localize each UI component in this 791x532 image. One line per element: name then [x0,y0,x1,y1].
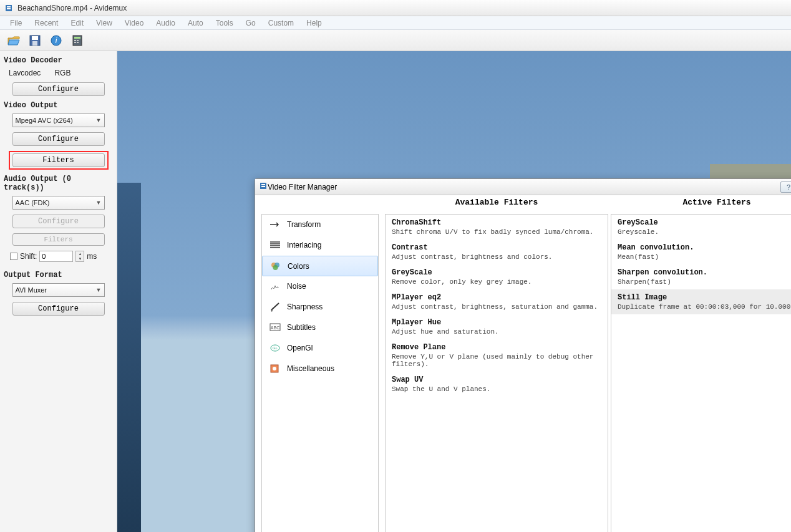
svg-rect-9 [74,42,76,43]
open-icon[interactable] [5,32,22,49]
output-format-configure-button[interactable]: Configure [12,302,105,316]
menu-auto[interactable]: Auto [182,17,210,29]
filter-name: GreyScale [618,218,791,227]
category-item-interlacing[interactable]: Interlacing [262,235,378,256]
filter-name: ChromaShift [392,218,601,227]
shift-spinner[interactable]: ▲▼ [75,251,84,262]
menu-go[interactable]: Go [240,17,262,29]
colors-icon [270,261,281,272]
menu-custom[interactable]: Custom [262,17,300,29]
video-output-configure-button[interactable]: Configure [12,132,105,146]
output-format-value: AVI Muxer [16,286,47,294]
svg-rect-2 [32,41,37,46]
menu-file[interactable]: File [4,17,28,29]
help-button[interactable]: ? [780,181,791,193]
menu-help[interactable]: Help [300,17,328,29]
filter-name: MPlayer eq2 [392,293,601,302]
filter-name: Swap UV [392,375,601,384]
svg-rect-10 [77,42,79,43]
category-label: Miscellaneous [287,364,334,373]
menu-edit[interactable]: Edit [64,17,90,29]
menu-video[interactable]: Video [119,17,150,29]
available-filter-item[interactable]: Mplayer HueAdjust hue and saturation. [386,314,608,339]
filter-desc: Adjust contrast, brightness and colors. [392,253,601,261]
toolbar: i [0,30,791,51]
dialog-titlebar: Video Filter Manager ? ✕ [255,179,791,195]
filter-desc: Duplicate frame at 00:00:03,000 for 10.0… [618,303,791,311]
menu-tools[interactable]: Tools [210,17,240,29]
active-filter-item[interactable]: GreyScaleGreyscale. [611,215,791,239]
available-filter-item[interactable]: Swap UVSwap the U and V planes. [386,372,608,397]
calculator-icon[interactable] [69,32,86,49]
category-item-opengl[interactable]: GLOpenGl [262,338,378,359]
save-icon[interactable] [26,32,44,49]
audio-output-value: AAC (FDK) [16,199,50,206]
dialog-title: Video Filter Manager [268,183,337,191]
menu-audio[interactable]: Audio [150,17,182,29]
video-output-label: Video Output [4,101,113,110]
category-label: Sharpness [287,302,323,311]
available-filter-item[interactable]: Remove PlaneRemove Y,U or V plane (used … [386,339,608,372]
active-filters-list: GreyScaleGreyscale.Mean convolution.Mean… [611,214,791,532]
filter-desc: Swap the U and V planes. [392,385,601,393]
category-item-noise[interactable]: Noise [262,276,378,297]
svg-rect-6 [74,37,80,39]
category-item-miscellaneous[interactable]: Miscellaneous [262,359,378,379]
category-item-transform[interactable]: Transform [262,215,378,235]
audio-configure-button: Configure [12,215,105,228]
sharpness-icon [269,301,281,312]
svg-text:GL: GL [273,346,278,350]
filter-name: Remove Plane [392,343,601,352]
decoder-configure-button[interactable]: Configure [12,82,105,96]
active-filter-item[interactable]: Mean convolution.Mean(fast) [611,239,791,264]
available-filter-item[interactable]: GreyScaleRemove color, only key grey ima… [386,264,608,289]
menu-recent[interactable]: Recent [28,17,64,29]
shift-input[interactable] [39,251,73,262]
noise-icon [269,281,281,292]
active-filter-item[interactable]: Still ImageDuplicate frame at 00:00:03,0… [611,289,791,314]
category-label: Colors [288,262,309,271]
svg-point-13 [273,265,278,270]
menu-view[interactable]: View [90,17,119,29]
filters-highlight: Filters [9,151,109,170]
video-filters-button[interactable]: Filters [12,153,105,167]
chevron-down-icon: ▼ [96,117,102,123]
chevron-down-icon: ▼ [96,200,102,206]
preview-sea [117,183,141,532]
svg-point-19 [273,367,276,370]
category-item-sharpness[interactable]: Sharpness [262,297,378,317]
shift-checkbox[interactable] [10,253,17,260]
category-item-subtitles[interactable]: ABCSubtitles [262,317,378,338]
info-icon[interactable]: i [47,32,65,49]
subtitles-icon: ABC [269,322,281,333]
filter-desc: Remove color, only key grey image. [392,278,601,286]
video-output-select[interactable]: Mpeg4 AVC (x264)▼ [12,114,105,127]
filter-desc: Greyscale. [618,228,791,236]
audio-output-select[interactable]: AAC (FDK)▼ [12,196,105,210]
category-item-colors[interactable]: Colors [262,256,378,276]
filter-name: Mplayer Hue [392,318,601,327]
video-filter-manager-dialog: Video Filter Manager ? ✕ Available Filte… [255,178,791,532]
filter-name: GreyScale [392,268,601,277]
available-filter-item[interactable]: ContrastAdjust contrast, brightness and … [386,239,608,264]
filter-desc: Mean(fast) [618,253,791,261]
video-decoder-label: Video Decoder [4,56,113,65]
category-label: Interlacing [287,241,321,249]
window-titlebar: BeachandShore.mp4 - Avidemux [0,0,791,16]
active-filter-item[interactable]: Sharpen convolution.Sharpen(fast) [611,264,791,289]
filter-name: Sharpen convolution. [618,268,791,277]
output-format-label: Output Format [4,271,113,279]
left-panel: Video Decoder Lavcodec RGB Configure Vid… [0,51,117,532]
shift-label: Shift: [20,252,37,261]
decoder-mode: RGB [54,69,70,77]
filter-name: Contrast [392,243,601,252]
active-filters-header: Active Filters [611,198,791,207]
output-format-select[interactable]: AVI Muxer▼ [12,283,105,297]
audio-output-label: Audio Output (0 track(s)) [4,175,113,192]
filter-desc: Adjust hue and saturation. [392,328,601,336]
filter-name: Mean convolution. [618,243,791,252]
available-filter-item[interactable]: MPlayer eq2Adjust contrast, brightness, … [386,289,608,314]
audio-filters-button: Filters [12,233,105,246]
shift-unit: ms [87,252,97,261]
available-filter-item[interactable]: ChromaShiftShift chroma U/V to fix badly… [386,215,608,239]
